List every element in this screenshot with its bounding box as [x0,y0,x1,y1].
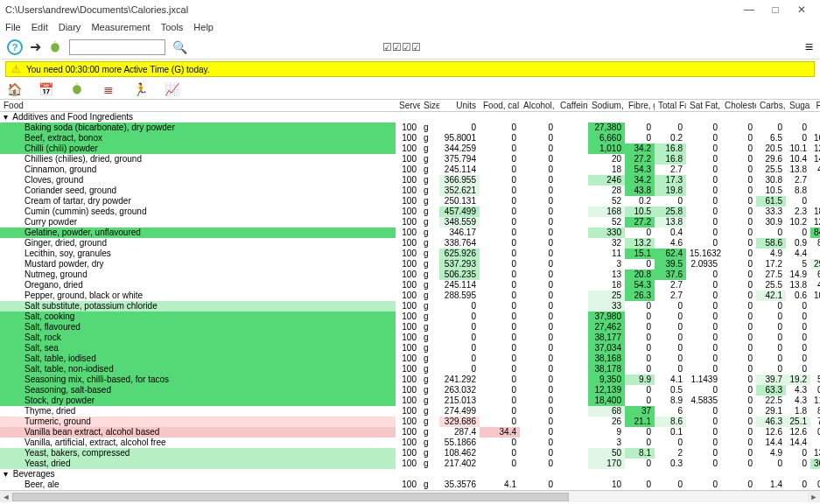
tab-calendar[interactable]: 📅 [37,80,54,98]
warning-icon: ⚠ [11,63,21,75]
food-row[interactable]: Baking soda (bicarbonate), dry powder100… [0,122,820,133]
food-row[interactable]: Turmeric, ground100g329.686002621.18.600… [0,416,820,427]
scroll-track[interactable] [12,492,808,502]
col-fibre[interactable]: Fibre, g [625,100,655,112]
menu-bar: File Edit Diary Measurement Tools Help [0,19,820,35]
food-row[interactable]: Vanilla, artificial, extract, alcohol fr… [0,438,820,448]
menu-diary[interactable]: Diary [59,22,81,32]
food-row[interactable]: Ginger, dried, ground100g338.764003213.2… [0,238,820,248]
col-serve[interactable]: Serve [396,100,420,112]
food-row[interactable]: Cream of tartar, dry powder100g250.13100… [0,196,820,206]
menu-tools[interactable]: Tools [161,22,184,32]
food-row[interactable]: Yeast, bakers, compressed100g108.4620050… [0,448,820,458]
food-row[interactable]: Salt, sea100g00037,0340000000 [0,343,820,354]
food-table: Food Serve Size Units Food, cal Alcohol,… [0,100,820,490]
food-row[interactable]: Seasoning mix, chilli-based, for tacos10… [0,374,820,385]
scroll-right-icon[interactable]: ► [808,493,820,501]
col-food-cal[interactable]: Food, cal [480,100,520,112]
tab-food[interactable] [68,80,86,98]
col-food-name[interactable]: Food [0,100,396,112]
food-row[interactable]: Stock, dry powder100g215.0130018,40008.9… [0,396,820,406]
food-row[interactable]: Oregano, dried100g245.114001854.32.70025… [0,280,820,290]
menu-measurement[interactable]: Measurement [91,22,150,32]
food-row[interactable]: Cinnamon, ground100g245.114001854.32.700… [0,164,820,175]
food-row[interactable]: Nutmeg, ground100g506.235001320.837.6002… [0,270,820,280]
food-row[interactable]: Salt, cooking100g00037,9800000000 [0,312,820,322]
food-row[interactable]: Salt, table, iodised100g00038,1680000000 [0,354,820,364]
food-row[interactable]: Beer, ale100g35.35764.101000001.400.4 [0,480,820,490]
tab-bar: 🏠 📅 ≣ 🏃 📈 [0,79,820,100]
menu-help[interactable]: Help [193,22,214,32]
tab-chart[interactable]: 📈 [163,80,180,98]
col-satfat[interactable]: Sat Fat, g [686,100,721,112]
food-row[interactable]: Salt, table, non-iodised100g00038,178000… [0,364,820,374]
col-fat[interactable]: Total Fat, g [655,100,686,112]
food-row[interactable]: Yeast, dried100g217.4020017000.3000036.4 [0,458,820,469]
col-carbs[interactable]: Carbs, g [756,100,786,112]
tab-activity[interactable]: 🏃 [131,80,149,98]
food-row[interactable]: Chillies (chilies), dried, ground100g375… [0,154,820,164]
food-row[interactable]: Vanilla bean extract, alcohol based100g2… [0,427,820,438]
warning-banner: ⚠ You need 00:30:00 more Active Time (G)… [5,61,815,77]
col-alcohol[interactable]: Alcohol, g [520,100,557,112]
food-row[interactable]: Lecithin, soy, granules100g625.926001115… [0,248,820,259]
food-row[interactable]: Chilli (chili) powder100g344.259001,0103… [0,144,820,154]
filter-checks[interactable]: ☑☑☑☑ [382,41,421,53]
minimize-button[interactable]: — [736,4,762,16]
food-row[interactable]: Mustard powder, dry100g537.293003039.52.… [0,259,820,270]
col-sodium[interactable]: Sodium, mg [588,100,625,112]
forward-arrow-icon[interactable]: ➜ [30,38,41,55]
apple-icon[interactable] [48,40,62,54]
food-table-wrap: Food Serve Size Units Food, cal Alcohol,… [0,100,820,490]
col-protein[interactable]: Pro [810,100,820,112]
food-row[interactable]: Gelatine, powder, unflavoured100g346.170… [0,228,820,238]
food-row[interactable]: Coriander seed, ground100g352.621002843.… [0,186,820,196]
window-title: C:\Users\andrew\Documents\Calories.jxcal [5,4,736,15]
category-row[interactable]: ▾ Beverages [0,469,820,480]
menu-edit[interactable]: Edit [32,22,48,32]
food-row[interactable]: Seasoning, salt-based100g263.0320012,139… [0,385,820,396]
col-caffeine[interactable]: Caffeine, mg [557,100,588,112]
title-bar: C:\Users\andrew\Documents\Calories.jxcal… [0,0,820,19]
warning-text: You need 00:30:00 more Active Time (G) t… [26,65,210,74]
tab-database[interactable]: ≣ [100,80,117,98]
food-row[interactable]: Cloves, ground100g366.9550024634.217.300… [0,175,820,186]
scroll-thumb[interactable] [12,493,569,501]
food-row[interactable]: Cumin (cummin) seeds, ground100g457.4990… [0,206,820,217]
toolbar: ? ➜ 🔍 ☑☑☑☑ ≡ [0,35,820,60]
category-row[interactable]: ▾ Additives and Food Ingredients [0,112,820,123]
col-sugar[interactable]: Sugar, g [786,100,810,112]
close-button[interactable]: ✕ [788,4,815,16]
col-units[interactable]: Units [439,100,480,112]
help-icon[interactable]: ? [7,39,23,55]
food-row[interactable]: Pepper, ground, black or white100g288.59… [0,290,820,301]
maximize-button[interactable]: □ [762,4,788,16]
scroll-left-icon[interactable]: ◄ [0,493,12,501]
table-header-row[interactable]: Food Serve Size Units Food, cal Alcohol,… [0,100,820,112]
food-row[interactable]: Thyme, dried100g274.49900683760029.11.88… [0,406,820,416]
food-row[interactable]: Salt substitute, potassium chloride100g0… [0,301,820,312]
menu-file[interactable]: File [5,22,21,32]
food-row[interactable]: Salt, flavoured100g00027,4620000000 [0,322,820,332]
col-size[interactable]: Size [420,100,439,112]
search-input[interactable] [69,39,165,55]
horizontal-scrollbar[interactable]: ◄ ► [0,490,820,502]
food-row[interactable]: Curry powder100g348.559005227.213.80030.… [0,217,820,228]
col-chol[interactable]: Cholesterol, mg [721,100,756,112]
food-row[interactable]: Salt, rock100g00038,1770000000 [0,332,820,343]
food-row[interactable]: Beef, extract, bonox100g95.8001006,66000… [0,133,820,144]
tab-home[interactable]: 🏠 [5,80,23,98]
search-icon[interactable]: 🔍 [172,40,187,54]
hamburger-icon[interactable]: ≡ [805,39,813,55]
